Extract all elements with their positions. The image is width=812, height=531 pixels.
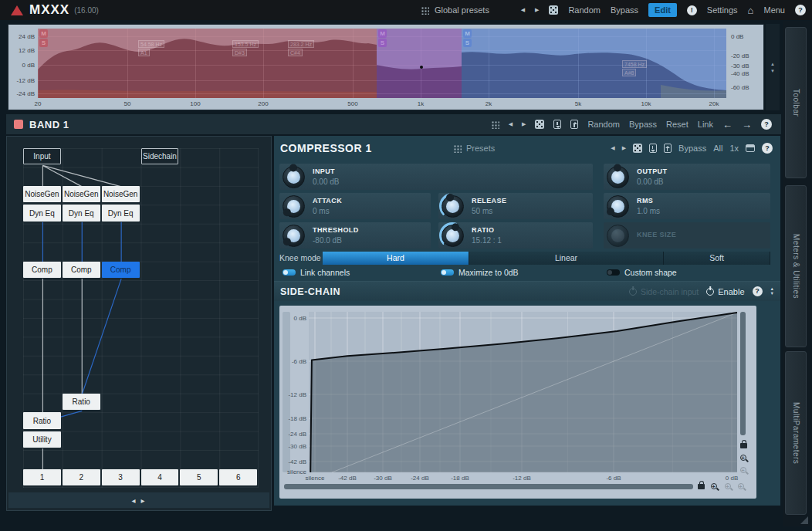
node-noisegen[interactable]: NoiseGen [23, 186, 61, 202]
solo-chip-band-3[interactable]: S [463, 39, 472, 47]
sidechain-collapse-spinner[interactable]: ▲▼ [770, 287, 774, 296]
previous-preset-icon[interactable] [521, 6, 525, 14]
sidebar-tab-multiparameters[interactable]: MultiParameters [785, 351, 807, 515]
knob-dial[interactable] [440, 194, 465, 218]
band-random-button[interactable]: Random [587, 120, 620, 129]
v-lock-icon[interactable] [740, 443, 747, 448]
node-dyn-eq[interactable]: Dyn Eq [63, 205, 100, 221]
knob-dial[interactable] [440, 223, 465, 248]
graph-h-scrollbar[interactable] [284, 484, 693, 489]
node-input[interactable]: Input [23, 148, 61, 164]
copy-settings-icon[interactable] [570, 120, 578, 129]
knob-input[interactable]: INPUT0.00 dB [279, 164, 593, 190]
v-zoom-in-icon[interactable] [740, 455, 746, 461]
node-dyn-eq[interactable]: Dyn Eq [23, 205, 61, 221]
node-comp[interactable]: Comp [63, 262, 100, 278]
band-presets-grid-icon[interactable] [491, 120, 499, 129]
scroll-down-icon[interactable]: ▼ [770, 69, 775, 73]
sidebar-tab-toolbar[interactable]: Toolbar [785, 27, 807, 178]
eq-band-2[interactable] [377, 29, 462, 98]
h-zoom-fit-icon[interactable] [738, 483, 744, 489]
settings-button[interactable]: Settings [707, 5, 738, 15]
knee-mode-soft[interactable]: Soft [664, 252, 770, 265]
next-preset-icon[interactable] [535, 6, 539, 14]
knob-rms[interactable]: RMS1.0 ms [604, 193, 770, 219]
band-color-swatch[interactable] [14, 120, 23, 129]
band-reset-button[interactable]: Reset [666, 120, 689, 129]
detach-window-icon[interactable] [746, 144, 755, 152]
randomize-dice-icon[interactable] [549, 5, 558, 15]
knob-dial[interactable] [605, 223, 630, 248]
node-3[interactable]: 3 [102, 469, 140, 485]
h-lock-icon[interactable] [698, 484, 705, 489]
random-button[interactable]: Random [568, 5, 601, 15]
knob-dial[interactable] [605, 194, 630, 218]
band-overview-display[interactable]: MSMSMS54.58 HzA1153.5 HzD#3283.2 HzC#474… [8, 24, 764, 110]
node-utility[interactable]: Utility [23, 431, 61, 448]
knob-knee-size[interactable]: KNEE SIZE [604, 222, 770, 249]
band-help-icon[interactable]: ? [761, 119, 772, 130]
band-link-button[interactable]: Link [698, 120, 713, 129]
knob-ratio[interactable]: RATIO15.12 : 1 [438, 222, 593, 249]
toggle-maximize-to-0db[interactable]: Maximize to 0dB [441, 267, 519, 278]
knob-attack[interactable]: ATTACK0 ms [279, 193, 431, 219]
channels-all-button[interactable]: All [713, 144, 722, 153]
h-zoom-out-icon[interactable] [725, 483, 731, 489]
compressor-copy-icon[interactable] [664, 144, 672, 153]
sidechain-enable-button[interactable]: Enable [706, 287, 744, 296]
knob-dial[interactable] [281, 164, 306, 189]
compressor-help-icon[interactable]: ? [762, 143, 773, 154]
node-5[interactable]: 5 [180, 469, 218, 485]
sidebar-tab-meters-utilities[interactable]: Meters & Utilities [785, 185, 807, 347]
knob-dial[interactable] [605, 164, 630, 189]
node-noisegen[interactable]: NoiseGen [102, 186, 140, 202]
node-sidechain[interactable]: Sidechain [141, 148, 179, 164]
toggle-custom-shape[interactable]: Custom shape [607, 267, 677, 278]
menu-button[interactable]: Menu [763, 5, 785, 15]
band-control-point[interactable] [420, 66, 423, 69]
eq-band-3[interactable] [462, 29, 726, 98]
sidechain-help-icon[interactable]: ? [753, 286, 763, 296]
global-presets-button[interactable]: Global presets [421, 5, 489, 15]
solo-chip-band-1[interactable]: S [39, 39, 48, 47]
compressor-dice-icon[interactable] [633, 144, 642, 153]
node-comp[interactable]: Comp [102, 262, 140, 278]
scroll-up-icon[interactable]: ▲ [770, 62, 775, 66]
compressor-presets-button[interactable]: Presets [453, 144, 495, 153]
knee-mode-hard[interactable]: Hard [323, 252, 469, 265]
node-comp[interactable]: Comp [23, 262, 61, 278]
node-2[interactable]: 2 [63, 469, 100, 485]
knob-threshold[interactable]: THRESHOLD-80.0 dB [279, 222, 431, 249]
compressor-next-icon[interactable] [622, 144, 626, 152]
knob-release[interactable]: RELEASE50 ms [438, 193, 593, 219]
compressor-prev-icon[interactable] [611, 144, 614, 152]
knob-dial[interactable] [281, 194, 306, 218]
sidechain-input-button[interactable]: Side-chain input [629, 287, 699, 296]
scroll-handle-icon[interactable]: ◂ ▸ [132, 496, 147, 505]
limiter-warning-icon[interactable] [687, 5, 697, 15]
routing-grid[interactable]: ◂ ▸ InputSidechainNoiseGenNoiseGenNoiseG… [6, 136, 272, 511]
band-dice-icon[interactable] [535, 120, 544, 129]
band-bypass-button[interactable]: Bypass [629, 120, 657, 129]
graph-v-scrollbar[interactable] [740, 312, 746, 435]
home-icon[interactable]: ⌂ [748, 5, 754, 15]
node-noisegen[interactable]: NoiseGen [63, 186, 100, 202]
oversampling-button[interactable]: 1x [729, 144, 739, 153]
node-4[interactable]: 4 [141, 469, 179, 485]
paste-settings-icon[interactable] [553, 120, 561, 129]
node-ratio[interactable]: Ratio [63, 394, 100, 410]
v-zoom-out-icon[interactable] [740, 467, 746, 473]
node-ratio[interactable]: Ratio [23, 412, 61, 428]
toggle-link-channels[interactable]: Link channels [283, 267, 350, 278]
knob-dial[interactable] [281, 223, 306, 248]
band-next-icon[interactable] [522, 120, 526, 128]
mute-chip-band-1[interactable]: M [39, 29, 48, 38]
resize-handle-icon[interactable] [800, 516, 808, 524]
help-icon[interactable]: ? [795, 5, 806, 15]
knob-output[interactable]: OUTPUT0.00 dB [604, 164, 770, 190]
h-zoom-in-icon[interactable] [711, 483, 717, 489]
solo-chip-band-2[interactable]: S [378, 39, 387, 47]
node-6[interactable]: 6 [219, 469, 257, 485]
knee-mode-linear[interactable]: Linear [469, 252, 664, 265]
band-overview-scrollbar[interactable]: ▲ ▼ [766, 24, 780, 110]
